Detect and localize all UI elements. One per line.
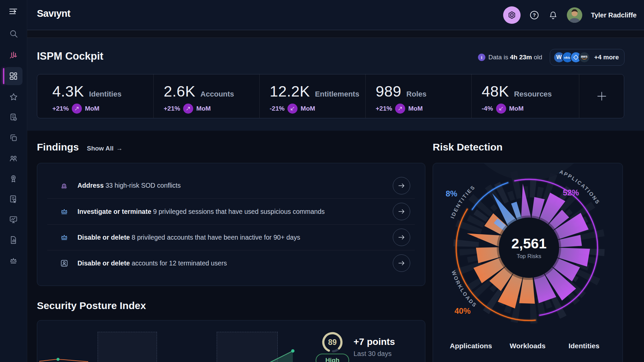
finding-arrow-button[interactable] — [393, 254, 410, 272]
kpi-value: 989 — [376, 83, 401, 100]
kpi-accounts[interactable]: 2.6K Accounts +21% MoM — [153, 74, 259, 118]
kpi-value: 4.3K — [52, 83, 84, 100]
kpi-period: MoM — [301, 105, 315, 112]
kpi-identities[interactable]: 4.3K Identities +21% MoM — [37, 74, 153, 118]
finding-row[interactable]: Address 33 high-risk SOD conflicts — [47, 173, 415, 198]
finding-detail: 33 high-risk SOD conflicts — [105, 182, 180, 189]
applications-percent: 52% — [563, 188, 579, 197]
search-icon — [9, 29, 18, 38]
crown-icon — [59, 233, 69, 242]
finding-action: Disable or delete — [77, 234, 130, 241]
notice-suffix: old — [534, 54, 542, 61]
ispm-dashboard: Savıynt ? — [0, 0, 644, 362]
kpi-label: Resources — [514, 90, 552, 99]
sidebar-item-favorites[interactable] — [4, 88, 22, 106]
finding-row[interactable]: Disable or delete accounts for 12 termin… — [47, 250, 415, 276]
top-bar: Savıynt ? — [27, 0, 644, 30]
legend-identities[interactable]: Identities — [569, 342, 599, 350]
sidebar-item-awards[interactable] — [4, 170, 22, 188]
legend-workloads[interactable]: Workloads — [510, 342, 546, 350]
finding-action: Disable or delete — [77, 259, 130, 267]
help-button[interactable]: ? — [529, 10, 539, 20]
saviynt-hex-icon — [507, 10, 517, 20]
top-risks-value: 2,561 — [511, 236, 546, 252]
sidebar-item-reports[interactable] — [4, 231, 22, 249]
posture-rating-badge: High — [316, 354, 349, 362]
review-check-icon — [9, 113, 18, 122]
finding-detail: 8 privileged accounts that have been ina… — [131, 234, 300, 241]
sidebar-item-dashboard[interactable] — [4, 67, 22, 85]
arrow-right-icon: → — [116, 145, 123, 152]
user-avatar[interactable] — [567, 7, 582, 23]
kpi-delta: +21% — [376, 105, 392, 112]
svg-text:?: ? — [533, 12, 536, 18]
posture-score: 89 — [328, 338, 337, 347]
risk-center-badge: 2,561 Top Risks — [499, 218, 558, 277]
star-icon — [9, 93, 18, 102]
sidebar-item-certificates[interactable] — [4, 190, 22, 208]
ai-assistant-button[interactable] — [503, 6, 521, 24]
siren-icon — [59, 181, 69, 190]
finding-detail: 9 privileged sessions that have used sus… — [153, 208, 325, 215]
info-icon[interactable]: i — [478, 54, 485, 61]
notice-age: 4h 23m — [510, 54, 532, 61]
kpi-entitlements[interactable]: 12.2K Entitlements -21% MoM — [259, 74, 365, 118]
finding-detail: accounts for 12 terminated users — [131, 259, 227, 267]
kpi-resources[interactable]: 48K Resources -4% MoM — [471, 74, 579, 118]
sidebar-item-privileged[interactable] — [4, 251, 22, 269]
copy-icon — [9, 133, 18, 142]
sub-header-strip — [27, 31, 644, 38]
sidebar-item-campaigns[interactable] — [4, 108, 22, 126]
sidebar-menu-toggle[interactable] — [4, 2, 22, 20]
crown-icon — [9, 256, 18, 265]
posture-period: Last 30 days — [354, 350, 391, 358]
trend-up-icon — [183, 104, 193, 114]
legend-applications[interactable]: Applications — [450, 342, 492, 350]
page-title: ISPM Cockpit — [37, 50, 103, 62]
finding-arrow-button[interactable] — [393, 203, 410, 220]
findings-card: Address 33 high-risk SOD conflicts Inves… — [37, 163, 425, 286]
finding-row[interactable]: Investigate or terminate 9 privileged se… — [47, 198, 415, 224]
trend-up-icon — [395, 104, 405, 114]
dashboard-grid-icon — [9, 72, 18, 80]
sidebar-item-analytics[interactable] — [4, 46, 22, 64]
report-doc-icon — [9, 236, 18, 244]
kpi-label: Identities — [89, 90, 122, 99]
kpi-roles[interactable]: 989 Roles +21% MoM — [365, 74, 471, 118]
risk-detection-title: Risk Detection — [433, 141, 502, 153]
team-icon — [9, 154, 18, 163]
sidebar-item-duplicates[interactable] — [4, 129, 22, 147]
sidebar-item-search[interactable] — [4, 24, 22, 43]
trend-down-icon — [287, 104, 298, 114]
notifications-button[interactable] — [548, 10, 558, 20]
show-all-link[interactable]: Show All → — [87, 145, 123, 152]
kpi-delta: -4% — [482, 105, 493, 112]
kpi-delta: +21% — [52, 105, 69, 112]
analytics-pulse-icon — [9, 51, 18, 60]
menu-expand-icon — [8, 6, 19, 17]
kpi-period: MoM — [196, 105, 211, 112]
data-freshness-notice: i Data is 4h 23m old — [478, 54, 542, 61]
sidebar-item-monitoring[interactable] — [4, 210, 22, 229]
security-posture-card: 89 High +7 points Last 30 days — [37, 320, 425, 362]
brand-logo: Savıynt — [37, 8, 70, 19]
trend-up-icon — [72, 104, 82, 114]
finding-arrow-button[interactable] — [393, 229, 410, 246]
finding-action: Investigate or terminate — [77, 208, 151, 215]
integrations-pill[interactable]: W okta aws +4 more — [550, 49, 625, 66]
user-name: Tyler Radcliffe — [591, 11, 637, 19]
finding-action: Address — [77, 182, 104, 189]
sidebar-item-teams[interactable] — [4, 149, 22, 167]
kpi-value: 12.2K — [270, 83, 310, 100]
add-kpi-button[interactable] — [579, 74, 624, 118]
identities-percent: 8% — [446, 189, 458, 198]
finding-arrow-button[interactable] — [393, 177, 410, 194]
integrations-more-label: +4 more — [594, 54, 619, 61]
svg-text:WORKLOADS: WORKLOADS — [451, 270, 478, 308]
findings-title: Findings — [37, 141, 79, 153]
kpi-value: 48K — [482, 83, 509, 100]
kpi-label: Entitlements — [315, 90, 359, 99]
trend-down-icon — [496, 104, 506, 114]
topbar-actions: ? Tyler Rad — [503, 0, 637, 30]
finding-row[interactable]: Disable or delete 8 privileged accounts … — [47, 224, 415, 250]
